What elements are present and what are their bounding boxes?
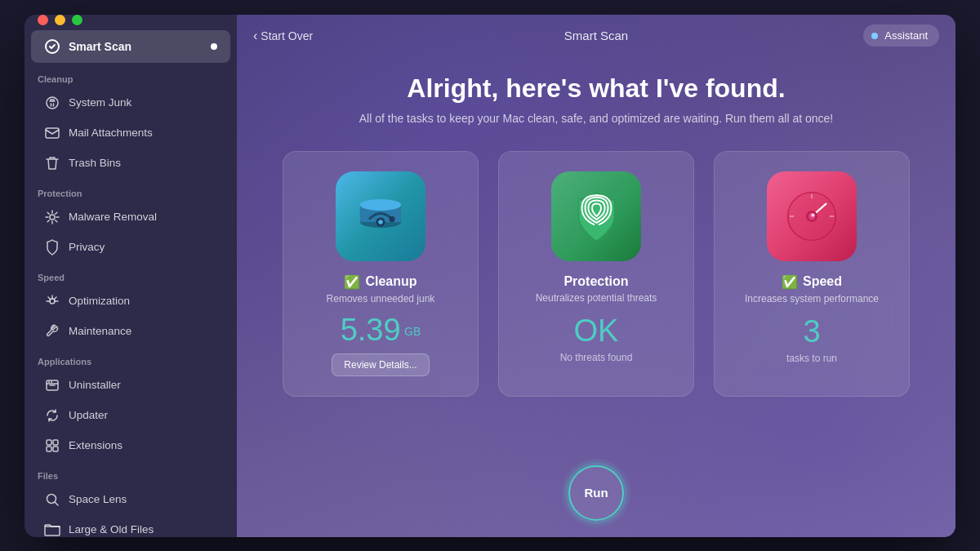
sidebar-item-optimization[interactable]: Optimization: [31, 287, 230, 316]
svg-point-33: [811, 213, 814, 216]
svg-line-19: [56, 502, 59, 505]
mail-attachments-label: Mail Attachments: [69, 127, 153, 139]
uninstaller-icon: [44, 377, 60, 393]
svg-point-25: [390, 216, 395, 222]
updater-icon: [44, 407, 60, 424]
trash-icon: [44, 155, 60, 171]
topbar-title: Smart Scan: [564, 29, 628, 42]
trash-bins-label: Trash Bins: [69, 157, 121, 169]
svg-rect-17: [53, 447, 58, 451]
svg-point-1: [47, 97, 58, 109]
speedometer-icon: [783, 188, 840, 245]
sidebar-item-extensions[interactable]: Extensions: [31, 431, 230, 460]
section-label-cleanup: Cleanup: [24, 64, 237, 87]
active-indicator: [211, 43, 217, 50]
svg-rect-14: [47, 440, 51, 445]
cleanup-title-row: ✅ Cleanup: [344, 274, 416, 290]
sidebar-item-large-old-files[interactable]: Large & Old Files: [31, 515, 230, 537]
main-area: ‹ Start Over Smart Scan Assistant Alrigh…: [237, 15, 956, 537]
sidebar-item-space-lens[interactable]: Space Lens: [31, 485, 230, 514]
speed-icon-wrap: [767, 171, 857, 261]
smart-scan-label: Smart Scan: [69, 40, 203, 53]
svg-point-9: [50, 299, 55, 304]
cards-row: ✅ Cleanup Removes unneeded junk 5.39 GB …: [270, 151, 923, 397]
maintenance-icon: [44, 323, 60, 340]
privacy-icon: [44, 239, 60, 256]
back-label: Start Over: [261, 29, 313, 42]
svg-point-24: [360, 199, 401, 211]
cleanup-value: 5.39 GB: [341, 314, 421, 345]
svg-point-27: [378, 220, 383, 224]
speed-card-title: Speed: [803, 274, 842, 289]
protection-icon-wrap: [551, 171, 641, 261]
svg-point-3: [50, 215, 55, 220]
sidebar-item-privacy[interactable]: Privacy: [31, 233, 230, 262]
sidebar-item-uninstaller[interactable]: Uninstaller: [31, 371, 230, 400]
optimization-label: Optimization: [69, 295, 130, 307]
protection-title-row: Protection: [564, 274, 628, 289]
protection-value: OK: [574, 313, 619, 349]
protection-card: Protection Neutralizes potential threats…: [498, 151, 694, 397]
system-junk-label: System Junk: [69, 96, 131, 109]
titlebar: [24, 15, 237, 25]
optimization-icon: [44, 293, 60, 309]
review-details-button[interactable]: Review Details...: [332, 353, 429, 376]
updater-label: Updater: [69, 409, 108, 421]
sidebar-item-maintenance[interactable]: Maintenance: [31, 317, 230, 346]
sidebar-content: Smart Scan Cleanup System Junk: [24, 25, 237, 537]
run-button[interactable]: Run: [568, 465, 624, 521]
sidebar-item-smart-scan[interactable]: Smart Scan: [31, 30, 230, 63]
svg-line-5: [48, 297, 51, 300]
folder-icon: [44, 522, 60, 537]
protection-subtitle: Neutralizes potential threats: [536, 292, 657, 304]
svg-rect-2: [46, 128, 59, 138]
speed-title-row: ✅ Speed: [782, 274, 842, 290]
space-lens-icon: [44, 491, 60, 508]
privacy-label: Privacy: [69, 241, 105, 253]
sidebar-item-system-junk[interactable]: System Junk: [31, 88, 230, 118]
smart-scan-icon: [44, 38, 60, 55]
speed-subtitle: Increases system performance: [745, 293, 879, 304]
speed-note: tasks to run: [786, 353, 837, 364]
svg-point-18: [47, 494, 56, 503]
extensions-label: Extensions: [69, 439, 122, 451]
app-window: Smart Scan Cleanup System Junk: [24, 15, 956, 537]
assistant-dot-icon: [871, 33, 878, 39]
svg-line-6: [55, 297, 57, 300]
sidebar-item-updater[interactable]: Updater: [31, 401, 230, 430]
disk-icon: [352, 188, 409, 245]
protection-card-title: Protection: [564, 274, 628, 289]
maximize-button[interactable]: [72, 15, 82, 25]
system-junk-icon: [44, 95, 60, 111]
section-label-files: Files: [24, 461, 237, 484]
sidebar: Smart Scan Cleanup System Junk: [24, 15, 237, 537]
sidebar-item-trash-bins[interactable]: Trash Bins: [31, 149, 230, 178]
assistant-button[interactable]: Assistant: [863, 24, 939, 47]
cleanup-icon-wrap: [336, 171, 425, 261]
subheadline: All of the tasks to keep your Mac clean,…: [359, 112, 834, 125]
cleanup-check-icon: ✅: [344, 274, 360, 290]
section-label-protection: Protection: [24, 179, 237, 202]
large-old-files-label: Large & Old Files: [69, 523, 154, 535]
headline: Alright, here's what I've found.: [407, 73, 785, 104]
close-button[interactable]: [38, 15, 48, 25]
space-lens-label: Space Lens: [69, 493, 127, 505]
speed-check-icon: ✅: [782, 274, 798, 290]
shield-icon: [570, 188, 623, 245]
run-button-wrap: Run: [237, 457, 956, 537]
mail-icon: [44, 125, 60, 141]
main-content: Alright, here's what I've found. All of …: [237, 57, 956, 457]
topbar: ‹ Start Over Smart Scan Assistant: [237, 15, 956, 57]
svg-rect-16: [47, 447, 51, 451]
cleanup-card-title: Cleanup: [365, 274, 416, 289]
sidebar-item-mail-attachments[interactable]: Mail Attachments: [31, 118, 230, 148]
uninstaller-label: Uninstaller: [69, 379, 121, 391]
svg-point-13: [51, 381, 52, 383]
cleanup-subtitle: Removes unneeded junk: [327, 293, 435, 304]
minimize-button[interactable]: [55, 15, 65, 25]
section-label-applications: Applications: [24, 347, 237, 370]
sidebar-item-malware-removal[interactable]: Malware Removal: [31, 202, 230, 232]
malware-icon: [44, 209, 60, 225]
extensions-icon: [44, 438, 60, 454]
start-over-button[interactable]: ‹ Start Over: [253, 29, 313, 43]
